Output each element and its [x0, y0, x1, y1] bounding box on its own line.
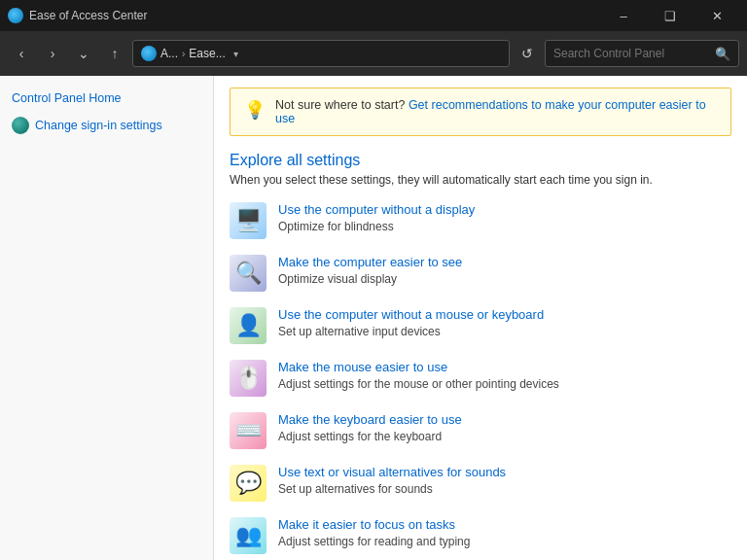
item-link-4[interactable]: Make the keyboard easier to use — [278, 412, 731, 427]
mouse-icon: 🖱️ — [230, 360, 267, 397]
speech-icon: 💬 — [230, 465, 267, 502]
restore-button[interactable]: ❑ — [648, 0, 693, 31]
refresh-button[interactable]: ↺ — [514, 40, 541, 67]
item-link-6[interactable]: Make it easier to focus on tasks — [278, 517, 731, 532]
search-bar[interactable]: 🔍 — [545, 40, 739, 67]
item-link-0[interactable]: Use the computer without a display — [278, 202, 731, 217]
address-prefix: A... — [160, 47, 178, 60]
title-bar: Ease of Access Center – ❑ ✕ — [0, 0, 747, 31]
section-title: Explore all settings — [230, 152, 731, 169]
item-desc-1: Optimize visual display — [278, 272, 397, 286]
sidebar: Control Panel Home Change sign-in settin… — [0, 76, 214, 560]
up-button[interactable]: ↑ — [101, 40, 128, 67]
forward-button[interactable]: › — [39, 40, 66, 67]
main-layout: Control Panel Home Change sign-in settin… — [0, 76, 747, 560]
settings-item: 🔍 Make the computer easier to see Optimi… — [230, 255, 731, 292]
item-content-6: Make it easier to focus on tasks Adjust … — [278, 517, 731, 548]
item-content-2: Use the computer without a mouse or keyb… — [278, 307, 731, 338]
navigation-bar: ‹ › ⌄ ↑ A... › Ease... ▾ ↺ 🔍 — [0, 31, 747, 76]
search-input[interactable] — [553, 47, 711, 60]
item-desc-6: Adjust settings for reading and typing — [278, 535, 470, 548]
keyboard-icon: ⌨️ — [230, 412, 267, 449]
item-content-1: Make the computer easier to see Optimize… — [278, 255, 731, 286]
minimize-button[interactable]: – — [601, 0, 646, 31]
item-link-5[interactable]: Use text or visual alternatives for soun… — [278, 465, 731, 479]
close-button[interactable]: ✕ — [694, 0, 739, 31]
address-current: Ease... — [189, 47, 225, 60]
item-desc-5: Set up alternatives for sounds — [278, 482, 433, 496]
item-desc-4: Adjust settings for the keyboard — [278, 430, 442, 443]
magnifier-icon: 🔍 — [230, 255, 267, 292]
item-content-3: Make the mouse easier to use Adjust sett… — [278, 360, 731, 391]
search-button[interactable]: 🔍 — [715, 47, 730, 61]
item-content-5: Use text or visual alternatives for soun… — [278, 465, 731, 496]
app-icon — [8, 8, 23, 23]
settings-item: 🖱️ Make the mouse easier to use Adjust s… — [230, 360, 731, 397]
settings-item: 👥 Make it easier to focus on tasks Adjus… — [230, 517, 731, 554]
item-content-4: Make the keyboard easier to use Adjust s… — [278, 412, 731, 443]
back-button[interactable]: ‹ — [8, 40, 35, 67]
settings-item: 🖥️ Use the computer without a display Op… — [230, 202, 731, 239]
settings-item: ⌨️ Make the keyboard easier to use Adjus… — [230, 412, 731, 449]
address-separator: › — [182, 49, 185, 59]
dropdown-button[interactable]: ⌄ — [70, 40, 97, 67]
sidebar-item-control-panel-home[interactable]: Control Panel Home — [12, 91, 201, 105]
explore-section: Explore all settings When you select the… — [214, 144, 747, 560]
item-link-1[interactable]: Make the computer easier to see — [278, 255, 731, 269]
settings-item: 💬 Use text or visual alternatives for so… — [230, 465, 731, 502]
address-bar[interactable]: A... › Ease... ▾ — [132, 40, 510, 67]
sign-in-icon — [12, 117, 29, 134]
address-bar-icon — [141, 46, 157, 61]
item-link-3[interactable]: Make the mouse easier to use — [278, 360, 731, 374]
settings-list: 🖥️ Use the computer without a display Op… — [230, 202, 731, 554]
item-desc-3: Adjust settings for the mouse or other p… — [278, 377, 559, 391]
window-title: Ease of Access Center — [29, 9, 147, 22]
item-link-2[interactable]: Use the computer without a mouse or keyb… — [278, 307, 731, 322]
section-description: When you select these settings, they wil… — [230, 173, 731, 187]
content-area: 💡 Not sure where to start? Get recommend… — [214, 76, 747, 560]
item-content-0: Use the computer without a display Optim… — [278, 202, 731, 233]
display-icon: 🖥️ — [230, 202, 267, 239]
item-desc-0: Optimize for blindness — [278, 220, 394, 233]
bulb-icon: 💡 — [244, 99, 266, 121]
address-dropdown-button[interactable]: ▾ — [230, 49, 242, 59]
settings-item: 👤 Use the computer without a mouse or ke… — [230, 307, 731, 344]
not-sure-text: Not sure where to start? — [275, 98, 405, 112]
person-icon: 👤 — [230, 307, 267, 344]
window-controls: – ❑ ✕ — [601, 0, 739, 31]
focus-icon: 👥 — [230, 517, 267, 554]
sidebar-item-sign-in-settings[interactable]: Change sign-in settings — [12, 117, 201, 134]
tip-text: Not sure where to start? Get recommendat… — [275, 98, 717, 125]
item-desc-2: Set up alternative input devices — [278, 325, 441, 338]
tip-banner: 💡 Not sure where to start? Get recommend… — [230, 88, 731, 136]
sidebar-sign-in-label: Change sign-in settings — [35, 119, 162, 132]
